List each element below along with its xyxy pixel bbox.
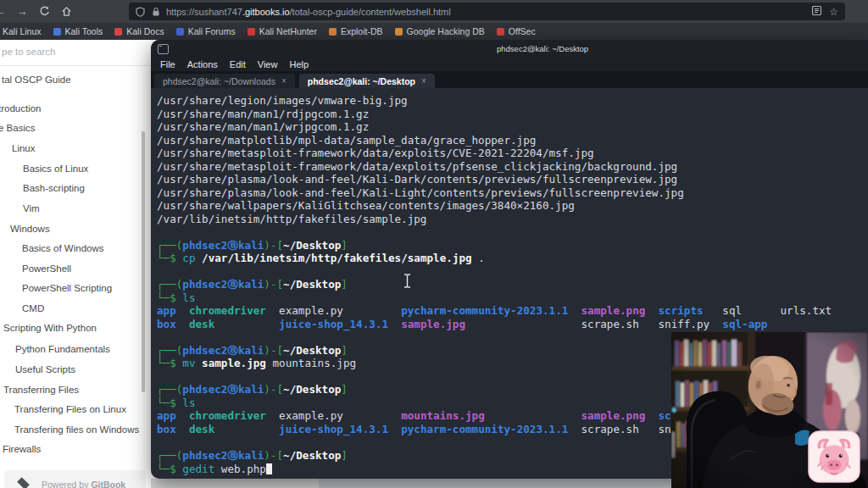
- terminal-tab-phdsec2-kali-downloads[interactable]: phdsec2@kali: ~/Downloads×: [154, 74, 295, 88]
- sidebar-scrollbar[interactable]: [142, 131, 145, 392]
- sidebar-item-basics-of-windows[interactable]: Basics of Windows: [22, 243, 104, 253]
- bookmark-google-hacking-db[interactable]: Google Hacking DB: [395, 26, 485, 36]
- sidebar-item-cmd[interactable]: CMD: [22, 303, 44, 313]
- terminal-text-segment: )-[: [264, 344, 283, 357]
- terminal-text-segment: /usr/share/plasma/look-and-feel/Kali-Lig…: [157, 186, 684, 199]
- terminal-menu-edit[interactable]: Edit: [224, 59, 252, 69]
- shield-icon[interactable]: [136, 7, 145, 17]
- bookmark-kali-linux[interactable]: Kali Linux: [3, 26, 42, 36]
- terminal-titlebar[interactable]: phdsec2@kali: ~/Desktop: [151, 40, 868, 58]
- bookmark-label: Kali Linux: [3, 26, 42, 36]
- url-path: /total-oscp-guide/content/webshell.html: [290, 7, 451, 17]
- bookmark-label: Google Hacking DB: [407, 26, 485, 36]
- terminal-text-segment: gedit: [182, 463, 214, 475]
- terminal-text-segment: /usr/share/matplotlib/mpl-data/sample_da…: [157, 134, 536, 147]
- terminal-text-segment: [266, 304, 279, 317]
- sidebar-item-useful-scripts[interactable]: Useful Scripts: [15, 364, 75, 374]
- gitbook-footer[interactable]: Powered by GitBook: [4, 470, 146, 488]
- terminal-text-segment: sample.jpg: [202, 357, 266, 369]
- terminal-text-segment: phdsec2ⓐkali: [182, 449, 264, 462]
- address-bar[interactable]: https://sushant747.gitbooks.io/total-osc…: [129, 3, 845, 20]
- terminal-tab-phdsec2-kali-desktop[interactable]: phdsec2@kali: ~/Desktop×: [299, 74, 435, 88]
- sidebar-item-powershell[interactable]: PowerShell: [22, 263, 71, 274]
- terminal-text-segment: [645, 304, 658, 317]
- terminal-menu-file[interactable]: File: [154, 59, 181, 69]
- terminal-text-segment: /usr/share/legion/images/vmware-big.jpg: [157, 94, 408, 107]
- kali-nethunter-icon: [248, 28, 255, 36]
- sidebar-item-transfering-files-on-linux[interactable]: Transfering Files on Linux: [14, 404, 126, 414]
- terminal-text-segment: /usr/share/man/man1/rdjpgcom.1.gz: [157, 108, 369, 120]
- bookmark-kali-forums[interactable]: Kali Forums: [176, 26, 236, 36]
- terminal-text-segment: scrape.sh sniff.py: [465, 318, 722, 330]
- terminal-text-segment: ┌──(: [157, 278, 182, 291]
- terminal-menu-help[interactable]: Help: [283, 59, 314, 69]
- bookmark-exploit-db[interactable]: Exploit-DB: [329, 26, 383, 36]
- bookmark-offsec[interactable]: OffSec: [497, 26, 536, 36]
- terminal-line: ┌──(phdsec2ⓐkali)-[~/Desktop]: [157, 278, 868, 291]
- sidebar-item-firewalls[interactable]: Firewalls: [3, 444, 41, 454]
- terminal-text-segment: [214, 318, 279, 330]
- bookmark-label: Kali NetHunter: [259, 26, 317, 36]
- reload-icon[interactable]: [37, 5, 51, 19]
- terminal-text-segment: sql-app: [722, 318, 767, 330]
- terminal-menu-view[interactable]: View: [252, 59, 284, 69]
- bookmark-star-icon[interactable]: ☆: [829, 6, 838, 18]
- terminal-menu-actions[interactable]: Actions: [181, 59, 224, 69]
- terminal-text-segment: box: [157, 423, 176, 435]
- sidebar-item-python-fundamentals[interactable]: Python Fundamentals: [15, 344, 110, 354]
- sidebar-item-powershell-scripting[interactable]: PowerShell Scripting: [22, 283, 112, 293]
- terminal-text-segment: app: [157, 304, 176, 317]
- terminal-line: app chromedriver example.py pycharm-comm…: [157, 304, 868, 318]
- sidebar-item-e-basics[interactable]: e Basics: [0, 123, 35, 133]
- bookmark-kali-tools[interactable]: Kali Tools: [53, 26, 103, 36]
- sidebar-item-vim[interactable]: Vim: [23, 203, 40, 214]
- sidebar-item-scripting-with-python[interactable]: Scripting With Python: [3, 323, 97, 333]
- forward-icon[interactable]: →: [15, 5, 29, 19]
- gitbook-footer-text: Powered by GitBook: [42, 480, 125, 488]
- terminal-text-segment: phdsec2ⓐkali: [182, 344, 264, 357]
- terminal-text-segment: /usr/share/man/man1/wrjpgcom.1.gz: [157, 120, 369, 133]
- terminal-text-segment: ┌──(: [157, 383, 182, 396]
- search-input[interactable]: pe to search: [2, 47, 55, 57]
- tab-close-icon[interactable]: ×: [281, 76, 287, 86]
- terminal-text-segment: /var/lib/inetsim/http/fakefiles/sample.j…: [157, 213, 426, 225]
- sidebar-item-troduction[interactable]: troduction: [0, 103, 42, 114]
- bookmark-kali-docs[interactable]: Kali Docs: [114, 26, 164, 36]
- tab-label: phdsec2@kali: ~/Downloads: [163, 76, 275, 86]
- terminal-text-segment: /usr/share/plasma/look-and-feel/Kali-Dar…: [157, 173, 677, 186]
- bookmark-label: Kali Docs: [126, 26, 164, 36]
- terminal-text-segment: └─$: [157, 252, 182, 264]
- terminal-block-cursor: [266, 463, 273, 474]
- sidebar-item-tal-oscp-guide[interactable]: tal OSCP Guide: [2, 75, 71, 85]
- reader-mode-icon[interactable]: [812, 6, 821, 17]
- tab-close-icon[interactable]: ×: [421, 76, 426, 86]
- sidebar-item-transferring-files[interactable]: Transferring Files: [3, 385, 79, 395]
- terminal-text-segment: ]: [341, 278, 348, 291]
- terminal-title: phdsec2@kali: ~/Desktop: [497, 44, 588, 53]
- back-icon[interactable]: ←: [0, 5, 7, 19]
- terminal-line: └─$ cp /var/lib/inetsim/http/fakefiles/s…: [157, 252, 868, 265]
- terminal-line: /usr/share/man/man1/rdjpgcom.1.gz: [157, 108, 868, 121]
- terminal-text-segment: app: [157, 409, 176, 422]
- terminal-line: [157, 225, 868, 239]
- terminal-text-segment: cp: [182, 252, 195, 264]
- sidebar-item-windows[interactable]: Windows: [10, 224, 50, 234]
- terminal-line: /usr/share/wallpapers/KaliGlitchsea/cont…: [157, 199, 868, 213]
- home-icon[interactable]: [59, 5, 73, 19]
- terminal-text-segment: desk: [189, 423, 214, 435]
- sidebar-item-bash-scripting[interactable]: Bash-scripting: [23, 183, 85, 193]
- terminal-text-segment: juice-shop_14.3.1: [279, 318, 388, 330]
- offsec-icon: [497, 28, 504, 36]
- terminal-tabbar: phdsec2@kali: ~/Downloads×phdsec2@kali: …: [151, 71, 868, 88]
- sidebar-item-transfering-files-on-windows[interactable]: Transfering files on Windows: [14, 424, 139, 435]
- nav-buttons: ← →: [0, 0, 73, 23]
- terminal-text-segment: [645, 409, 658, 422]
- terminal-text-segment: [214, 423, 279, 435]
- terminal-text-segment: ┌──(: [157, 344, 182, 357]
- terminal-text-segment: [176, 304, 189, 317]
- bookmark-kali-nethunter[interactable]: Kali NetHunter: [248, 26, 317, 36]
- terminal-line: /usr/share/metasploit-framework/data/exp…: [157, 147, 868, 160]
- terminal-text-segment: ]: [341, 449, 348, 462]
- sidebar-item-linux[interactable]: Linux: [12, 143, 36, 153]
- sidebar-item-basics-of-linux[interactable]: Basics of Linux: [23, 164, 88, 174]
